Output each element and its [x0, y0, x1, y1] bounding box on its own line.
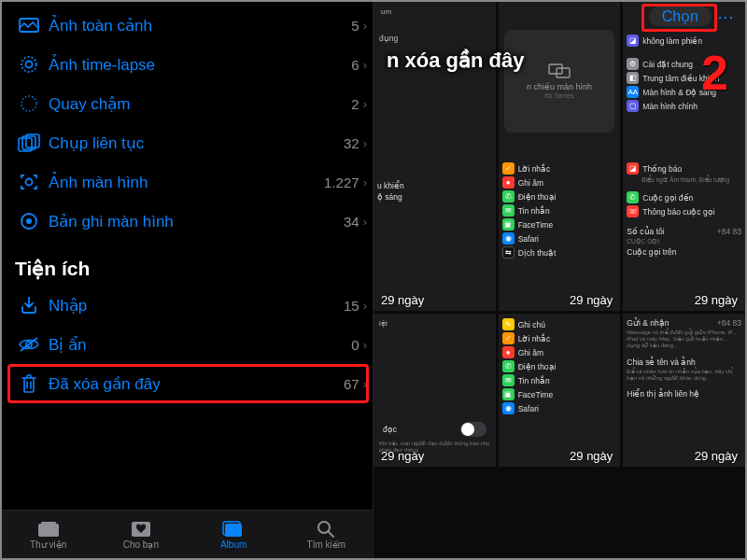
toggle-switch[interactable] [460, 422, 486, 437]
record-icon [15, 211, 43, 231]
import-icon [15, 295, 43, 315]
thumb[interactable]: n chiếu màn hình 60 Series 29 ngày [499, 2, 621, 179]
tab-foryou[interactable]: Cho bạn [94, 520, 187, 550]
svg-rect-13 [41, 522, 56, 524]
trash-icon [15, 373, 43, 394]
panorama-icon [15, 18, 43, 33]
row-recently-deleted[interactable]: Đã xóa gần đây 67 › [2, 364, 373, 403]
row-import[interactable]: Nhập 15 › [2, 286, 373, 325]
row-screen-recording[interactable]: Bản ghi màn hình 34 › [2, 202, 373, 241]
section-utilities: Tiện ích [2, 241, 373, 286]
heart-icon [131, 520, 151, 539]
recently-deleted-screen: um dụng 29 ngày n chiếu màn hình 60 Seri… [374, 2, 745, 558]
tab-albums[interactable]: Album [188, 520, 280, 550]
thumb[interactable]: Gửi & nhận+84 83 iMessage có thể được gử… [623, 314, 745, 467]
svg-point-9 [26, 218, 32, 224]
row-burst[interactable]: Chụp liên tục 32 › [2, 123, 373, 162]
screenshot-icon [15, 172, 43, 192]
search-icon [317, 520, 335, 539]
svg-point-22 [461, 423, 474, 436]
row-screenshot[interactable]: Ảnh màn hình 1.227 › [2, 162, 373, 202]
burst-icon [15, 133, 43, 152]
screen-title: n xóa gần đây [379, 39, 524, 78]
tab-search[interactable]: Tìm kiếm [280, 520, 373, 550]
slowmo-icon [15, 93, 43, 114]
timelapse-icon [15, 54, 43, 75]
row-hidden[interactable]: Bị ẩn 0 › [2, 325, 373, 364]
thumb[interactable]: ✎Ghi chú ✓Lời nhắc ●Ghi âm ✆Điện thoại ✉… [499, 314, 621, 467]
svg-line-18 [329, 532, 333, 537]
thumb[interactable]: um dụng 29 ngày [374, 2, 496, 179]
tab-bar: Thư viện Cho bạn Album Tìm kiếm [2, 510, 373, 558]
row-slowmo[interactable]: Quay chậm 2 › [2, 84, 373, 123]
albums-icon [222, 520, 245, 539]
thumb[interactable]: iệt đọc Khi bật, mọi người đọc được thôn… [374, 314, 496, 467]
row-label: Ảnh toàn cảnh [43, 16, 351, 35]
svg-rect-12 [38, 524, 59, 537]
hidden-icon [15, 336, 43, 353]
thumb[interactable]: u khiển ộ sáng 29 ngày [374, 158, 496, 311]
svg-rect-20 [557, 68, 570, 77]
svg-point-17 [318, 522, 330, 533]
thumb[interactable]: ✓Lời nhắc ●Ghi âm ✆Điện thoại ✉Tin nhắn … [499, 158, 621, 311]
more-icon[interactable]: ⋯ [717, 7, 736, 27]
svg-point-3 [21, 96, 36, 111]
select-button[interactable]: Chọn [649, 7, 712, 26]
row-panorama[interactable]: Ảnh toàn cảnh 5 › [2, 6, 373, 45]
svg-point-7 [26, 179, 33, 186]
svg-point-1 [21, 57, 36, 72]
photo-grid: um dụng 29 ngày n chiếu màn hình 60 Seri… [374, 2, 745, 558]
svg-point-2 [26, 62, 33, 68]
row-timelapse[interactable]: Ảnh time-lapse 6 › [2, 45, 373, 84]
thumb[interactable]: ◪Thống báo Biểu ngữ, Âm thanh, Biểu tượn… [623, 158, 745, 311]
step-2-annotation: 2 [701, 45, 728, 101]
svg-rect-19 [549, 64, 562, 74]
chevron-right-icon: › [363, 19, 367, 33]
row-count: 5 [351, 18, 362, 34]
tab-library[interactable]: Thư viện [2, 520, 94, 550]
album-list: Ảnh toàn cảnh 5 › Ảnh time-lapse 6 › Qua… [2, 2, 373, 510]
albums-screen: Ảnh toàn cảnh 5 › Ảnh time-lapse 6 › Qua… [2, 2, 374, 558]
library-icon [37, 520, 60, 539]
